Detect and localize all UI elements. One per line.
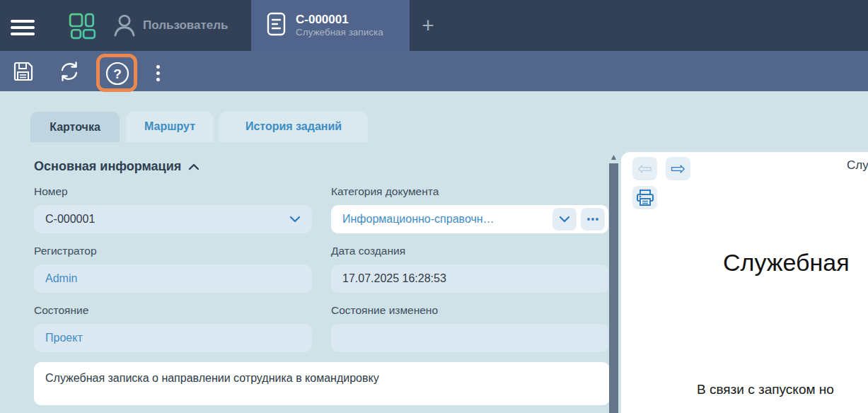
chevron-down-icon[interactable] [289,216,303,223]
document-preview-panel [621,152,868,413]
user-icon[interactable] [112,13,137,40]
preview-forward-button[interactable]: ⇨ [666,157,690,180]
forward-arrow-icon: ⇨ [671,158,685,179]
new-tab-button[interactable]: + [412,0,444,51]
tab-document-type: Служебная записка [296,27,383,39]
scrollbar-up-arrow[interactable]: ▲ [609,152,618,162]
preview-header-text: Слу [847,158,868,173]
collapse-chevron-icon [188,163,199,170]
app-window: Пользователь С-000001 Служебная записка … [0,0,868,413]
tab-route[interactable]: Маршрут [126,111,214,142]
preview-back-button[interactable]: ⇦ [632,157,657,180]
category-dropdown-button[interactable] [552,208,577,231]
field-label-registrar: Регистратор [34,245,97,257]
save-button[interactable] [9,57,37,86]
category-ellipsis-button[interactable] [581,208,605,231]
scrollbar-thumb[interactable] [609,163,618,413]
section-title: Основная информация [34,159,181,174]
registrar-field[interactable]: Admin [34,264,312,293]
state-field[interactable]: Проект [34,324,312,352]
state-changed-field[interactable] [331,324,608,352]
preview-document-body: В связи с запуском но [697,382,834,397]
hamburger-menu-icon[interactable] [11,16,35,39]
section-header[interactable]: Основная информация [34,159,199,174]
number-field[interactable]: С-000001 [34,205,312,233]
field-label-number: Номер [34,185,68,198]
user-menu-label[interactable]: Пользователь [143,0,228,51]
preview-document-title: Служебная [723,249,850,277]
created-date-field[interactable]: 17.07.2025 16:28:53 [331,264,608,293]
back-arrow-icon: ⇦ [637,158,652,179]
field-label-state-changed: Состояние изменено [331,304,438,317]
subject-textarea[interactable]: Служебная записка о направлении сотрудни… [34,362,610,405]
refresh-button[interactable] [55,57,83,86]
printer-icon [636,189,654,207]
category-field[interactable]: Информационно-справочн… [331,205,608,233]
apps-grid-icon[interactable] [68,11,98,41]
tab-task-history[interactable]: История заданий [219,111,368,142]
help-highlight-annotation [96,54,137,92]
document-tab[interactable]: С-000001 Служебная записка [251,0,410,51]
tab-card[interactable]: Карточка [30,111,120,142]
field-label-created-date: Дата создания [331,245,405,257]
field-label-state: Состояние [34,304,88,317]
document-icon [267,12,286,39]
tab-document-number: С-000001 [296,12,383,27]
more-actions-button[interactable] [156,62,160,84]
field-label-category: Категория документа [331,185,439,198]
print-button[interactable] [632,186,657,209]
